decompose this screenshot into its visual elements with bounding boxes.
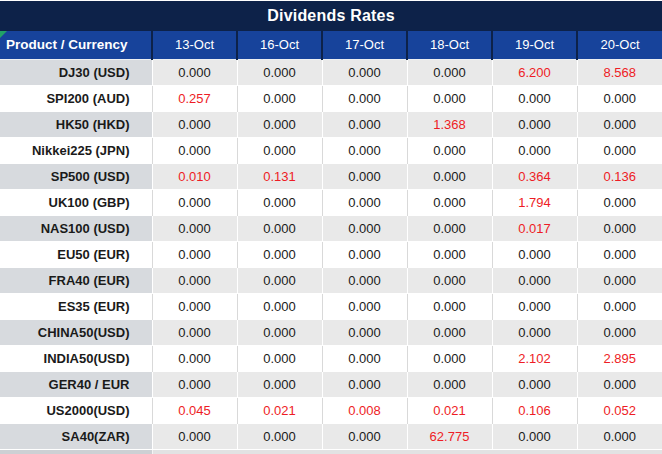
value-cell[interactable]: 0.000 xyxy=(322,189,407,215)
value-cell[interactable]: 0.000 xyxy=(577,241,662,267)
value-cell[interactable]: 0.000 xyxy=(407,137,492,163)
value-cell[interactable]: 0.000 xyxy=(407,293,492,319)
value-cell[interactable]: 8.568 xyxy=(577,59,662,85)
value-cell[interactable]: 0.010 xyxy=(152,163,237,189)
value-cell[interactable]: 0.021 xyxy=(407,397,492,423)
value-cell[interactable]: 0.000 xyxy=(322,319,407,345)
value-cell[interactable]: 0.000 xyxy=(577,371,662,397)
value-cell[interactable]: 0.000 xyxy=(492,319,577,345)
value-cell[interactable]: 0.000 xyxy=(237,189,322,215)
value-cell[interactable]: 0.000 xyxy=(152,241,237,267)
value-cell[interactable]: 0.000 xyxy=(492,371,577,397)
product-cell[interactable]: DJ30 (USD) xyxy=(0,59,152,85)
value-cell[interactable]: 0.000 xyxy=(577,189,662,215)
value-cell[interactable]: 0.000 xyxy=(492,241,577,267)
value-cell[interactable]: 0.052 xyxy=(577,397,662,423)
value-cell[interactable]: 0.000 xyxy=(407,163,492,189)
value-cell[interactable]: 0.000 xyxy=(322,85,407,111)
value-cell[interactable]: 0.000 xyxy=(577,319,662,345)
value-cell[interactable]: 0.021 xyxy=(237,397,322,423)
product-cell[interactable]: HK50 (HKD) xyxy=(0,111,152,137)
product-cell[interactable]: FRA40 (EUR) xyxy=(0,267,152,293)
value-cell[interactable]: 0.000 xyxy=(492,423,577,449)
value-cell[interactable]: 0.000 xyxy=(322,215,407,241)
value-cell[interactable]: 0.000 xyxy=(322,137,407,163)
product-cell[interactable]: INDIA50(USD) xyxy=(0,345,152,371)
product-cell[interactable]: US2000(USD) xyxy=(0,397,152,423)
value-cell[interactable]: 0.000 xyxy=(322,163,407,189)
value-cell[interactable]: 1.368 xyxy=(407,111,492,137)
value-cell[interactable]: 0.000 xyxy=(407,319,492,345)
value-cell[interactable]: 0.131 xyxy=(237,163,322,189)
value-cell[interactable]: 0.000 xyxy=(407,371,492,397)
value-cell[interactable]: 0.000 xyxy=(152,215,237,241)
value-cell[interactable]: 0.000 xyxy=(492,267,577,293)
value-cell[interactable]: 0.000 xyxy=(492,293,577,319)
value-cell[interactable]: 0.000 xyxy=(237,371,322,397)
value-cell[interactable]: 0.000 xyxy=(492,137,577,163)
value-cell[interactable]: 0.000 xyxy=(237,59,322,85)
value-cell[interactable]: 62.775 xyxy=(407,423,492,449)
date-header-18-oct[interactable]: 18-Oct xyxy=(407,31,492,59)
value-cell[interactable]: 0.000 xyxy=(237,345,322,371)
product-cell[interactable]: SA40(ZAR) xyxy=(0,423,152,449)
value-cell[interactable]: 0.000 xyxy=(322,241,407,267)
value-cell[interactable]: 0.000 xyxy=(237,319,322,345)
value-cell[interactable]: 6.200 xyxy=(492,59,577,85)
value-cell[interactable]: 0.000 xyxy=(152,111,237,137)
value-cell[interactable]: 0.000 xyxy=(322,111,407,137)
value-cell[interactable]: 0.000 xyxy=(407,59,492,85)
value-cell[interactable]: 0.000 xyxy=(152,137,237,163)
value-cell[interactable]: 0.000 xyxy=(577,137,662,163)
value-cell[interactable]: 0.000 xyxy=(322,267,407,293)
value-cell[interactable]: 0.000 xyxy=(152,189,237,215)
value-cell[interactable]: 0.000 xyxy=(407,215,492,241)
value-cell[interactable]: 0.000 xyxy=(237,423,322,449)
value-cell[interactable]: 0.136 xyxy=(577,163,662,189)
value-cell[interactable]: 0.000 xyxy=(322,371,407,397)
value-cell[interactable]: 0.000 xyxy=(152,59,237,85)
product-cell[interactable]: CHINA50(USD) xyxy=(0,319,152,345)
product-cell[interactable]: NAS100 (USD) xyxy=(0,215,152,241)
date-header-17-oct[interactable]: 17-Oct xyxy=(322,31,407,59)
value-cell[interactable]: 1.794 xyxy=(492,189,577,215)
date-header-19-oct[interactable]: 19-Oct xyxy=(492,31,577,59)
value-cell[interactable]: 0.364 xyxy=(492,163,577,189)
product-cell[interactable]: SPI200 (AUD) xyxy=(0,85,152,111)
value-cell[interactable]: 0.000 xyxy=(237,241,322,267)
value-cell[interactable]: 0.000 xyxy=(322,293,407,319)
product-cell[interactable]: Nikkei225 (JPN) xyxy=(0,137,152,163)
value-cell[interactable]: 0.000 xyxy=(152,371,237,397)
value-cell[interactable]: 0.000 xyxy=(237,137,322,163)
product-cell[interactable]: SP500 (USD) xyxy=(0,163,152,189)
value-cell[interactable]: 0.000 xyxy=(152,267,237,293)
value-cell[interactable]: 0.000 xyxy=(407,189,492,215)
product-currency-header[interactable]: Product / Currency xyxy=(0,31,152,59)
value-cell[interactable]: 0.000 xyxy=(237,267,322,293)
value-cell[interactable]: 0.000 xyxy=(577,267,662,293)
value-cell[interactable]: 0.000 xyxy=(237,293,322,319)
product-cell[interactable]: EU50 (EUR) xyxy=(0,241,152,267)
value-cell[interactable]: 0.000 xyxy=(407,267,492,293)
value-cell[interactable]: 0.000 xyxy=(237,85,322,111)
date-header-16-oct[interactable]: 16-Oct xyxy=(237,31,322,59)
value-cell[interactable]: 0.000 xyxy=(152,345,237,371)
value-cell[interactable]: 0.045 xyxy=(152,397,237,423)
value-cell[interactable]: 0.000 xyxy=(152,423,237,449)
product-cell[interactable]: ES35 (EUR) xyxy=(0,293,152,319)
value-cell[interactable]: 0.000 xyxy=(492,85,577,111)
value-cell[interactable]: 2.102 xyxy=(492,345,577,371)
value-cell[interactable]: 0.000 xyxy=(407,241,492,267)
value-cell[interactable]: 0.000 xyxy=(152,319,237,345)
value-cell[interactable]: 0.008 xyxy=(322,397,407,423)
value-cell[interactable]: 0.017 xyxy=(492,215,577,241)
value-cell[interactable]: 0.000 xyxy=(407,345,492,371)
value-cell[interactable]: 0.000 xyxy=(577,111,662,137)
value-cell[interactable]: 2.895 xyxy=(577,345,662,371)
value-cell[interactable]: 0.000 xyxy=(577,423,662,449)
value-cell[interactable]: 0.000 xyxy=(322,423,407,449)
value-cell[interactable]: 0.000 xyxy=(407,85,492,111)
value-cell[interactable]: 0.106 xyxy=(492,397,577,423)
product-cell[interactable]: GER40 / EUR xyxy=(0,371,152,397)
date-header-13-oct[interactable]: 13-Oct xyxy=(152,31,237,59)
